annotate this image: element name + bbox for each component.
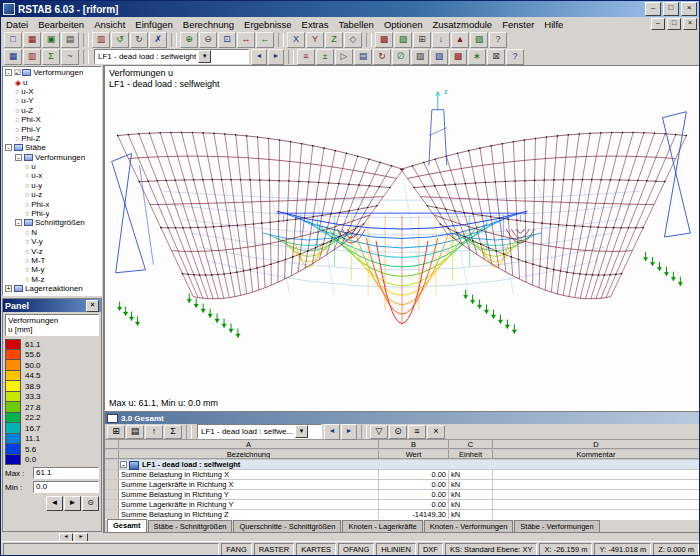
undo-button[interactable]: ↺ [111,32,129,48]
tree-item-v-z[interactable]: ○ V-z [3,246,101,255]
radio-off-icon[interactable]: ○ [15,97,19,104]
menu-einfuegen[interactable]: Einfügen [130,18,178,31]
minimize-button[interactable]: – [645,2,661,16]
table-row[interactable]: Summe Lagerkräfte in Richtung Y 0.00 kN [105,500,700,510]
tree-item-lagerreaktionen[interactable]: + Lagerreaktionen [3,284,101,293]
visibility-button[interactable]: ▨ [411,49,429,65]
menu-ergebnisse[interactable]: Ergebnisse [239,18,297,31]
radio-off-icon[interactable]: ○ [15,135,19,142]
help-button[interactable]: ? [489,32,507,48]
tab-knoten-verformungen[interactable]: Knoten - Verformungen [424,520,514,532]
menu-optionen[interactable]: Optionen [379,18,428,31]
toggle-raster[interactable]: RASTER [254,543,294,556]
radio-off-icon[interactable]: ○ [15,116,19,123]
radio-off-icon[interactable]: ○ [25,229,29,236]
mdi-minimize-button[interactable]: – [651,18,665,30]
tree-item-n[interactable]: ○ N [3,228,101,237]
copy-button[interactable]: ▥ [92,32,110,48]
menu-fenster[interactable]: Fenster [497,18,539,31]
tree-item-staebe-u-z[interactable]: ○ u-z [3,190,101,199]
tab-gesamt[interactable]: Gesamt [107,519,147,532]
radio-off-icon[interactable]: ○ [25,257,29,264]
radio-off-icon[interactable]: ○ [25,182,29,189]
group-row[interactable]: - LF1 - dead load : selfweight [105,460,700,470]
expander-icon[interactable]: - [5,144,12,151]
tree-item-staebe-verformungen[interactable]: - Verformungen [3,153,101,162]
panel-close-button[interactable]: × [86,300,99,312]
modules-button[interactable]: ⊠ [487,49,505,65]
radio-off-icon[interactable]: ○ [25,238,29,245]
refresh-button[interactable]: ↻ [373,49,391,65]
graphic-viewport[interactable]: Verformungen u LF1 - dead load : selfwei… [104,65,700,411]
isometric-view-button[interactable]: ◇ [344,32,362,48]
save-file-button[interactable]: ▣ [42,32,60,48]
render-mode-button[interactable]: ▩ [375,32,393,48]
tree-item-m-z[interactable]: ○ M-z [3,275,101,284]
delete-button[interactable]: ✗ [149,32,167,48]
chevron-down-icon[interactable]: ▼ [198,50,211,63]
table-next-loadcase-button[interactable]: ► [341,424,357,440]
result-values-button[interactable]: ± [316,49,334,65]
table-row[interactable]: Summe Belastung in Richtung Z -14149.30 … [105,510,700,519]
background-button[interactable]: ▩ [449,49,467,65]
show-panel-button[interactable]: ▥ [23,49,41,65]
view-x-button[interactable]: X [287,32,305,48]
tree-item-u[interactable]: ◉ u [3,77,101,86]
tree-item-staebe-phi-x[interactable]: ○ Phi-x [3,199,101,208]
table-options-button[interactable]: ≡ [408,425,426,439]
radio-off-icon[interactable]: ○ [25,201,29,208]
zoom-window-button[interactable]: ⊡ [218,32,236,48]
export-table-button[interactable]: ↑ [145,425,163,439]
table-row[interactable]: Summe Belastung in Richtung Y 0.00 kN [105,490,700,500]
radio-off-icon[interactable]: ○ [15,107,19,114]
settings-button[interactable]: ∗ [468,49,486,65]
find-button[interactable]: ⊙ [389,425,407,439]
tree-item-u-x[interactable]: ○ u-X [3,87,101,96]
tree-item-m-t[interactable]: ○ M-T [3,256,101,265]
next-loadcase-button[interactable]: ► [268,49,284,65]
menu-bearbeiten[interactable]: Bearbeiten [33,18,89,31]
table-title-bar[interactable]: 3.0 Gesamt [105,412,700,424]
measure-button[interactable]: ∅ [392,49,410,65]
new-window-button[interactable]: ▧ [470,32,488,48]
radio-on-icon[interactable]: ◉ [15,79,21,86]
print-button[interactable]: ▤ [61,32,79,48]
menu-extras[interactable]: Extras [297,18,334,31]
filter-button[interactable]: ▽ [370,425,388,439]
tree-item-u-z[interactable]: ○ u-Z [3,106,101,115]
zoom-in-button[interactable]: ⊕ [180,32,198,48]
print-graphic-button[interactable]: ▤ [354,49,372,65]
magnifier-icon[interactable]: ⊙ [82,496,99,511]
expander-icon[interactable]: - [5,69,12,76]
mdi-restore-button[interactable]: □ [667,18,681,30]
tree-item-schnittgroessen[interactable]: - Schnittgrößen [3,218,101,227]
pan-view-button[interactable]: ↔ [237,32,255,48]
radio-off-icon[interactable]: ○ [15,88,19,95]
show-tables-button[interactable]: ▦ [4,49,22,65]
results-navigator-tree[interactable]: - ☑ Verformungen ◉ u ○ u-X ○ u-Y ○ u-Z [2,66,102,296]
close-button[interactable]: × [681,2,697,16]
open-file-button[interactable]: ▦ [23,32,41,48]
show-supports-button[interactable]: ▲ [451,32,469,48]
menu-tabellen[interactable]: Tabellen [334,18,379,31]
menu-datei[interactable]: Datei [1,18,33,31]
tree-item-staebe-u-y[interactable]: ○ u-y [3,181,101,190]
radio-off-icon[interactable]: ○ [25,210,29,217]
close-table-button[interactable]: × [427,425,445,439]
chevron-down-icon[interactable]: ▼ [295,425,308,438]
radio-off-icon[interactable]: ○ [25,266,29,273]
toggle-kartes[interactable]: KARTES [296,543,336,556]
tree-item-m-y[interactable]: ○ M-y [3,265,101,274]
tree-item-staebe-phi-y[interactable]: ○ Phi-y [3,209,101,218]
group-expander-icon[interactable]: - [120,461,127,468]
menu-berechnung[interactable]: Berechnung [178,18,239,31]
deformation-display-button[interactable]: ~ [61,49,79,65]
view-z-button[interactable]: Z [325,32,343,48]
tab-querschnitte-schnittgroessen[interactable]: Querschnitte - Schnittgrößen [233,520,341,532]
results-display-button[interactable]: Σ [42,49,60,65]
title-bar[interactable]: RSTAB 6.03 - [riform] – □ × [1,1,699,17]
table-row[interactable]: Summe Lagerkräfte in Richtung X 0.00 kN [105,480,700,490]
radio-off-icon[interactable]: ○ [25,276,29,283]
tree-item-staebe-u[interactable]: ○ u [3,162,101,171]
new-file-button[interactable]: □ [4,32,22,48]
